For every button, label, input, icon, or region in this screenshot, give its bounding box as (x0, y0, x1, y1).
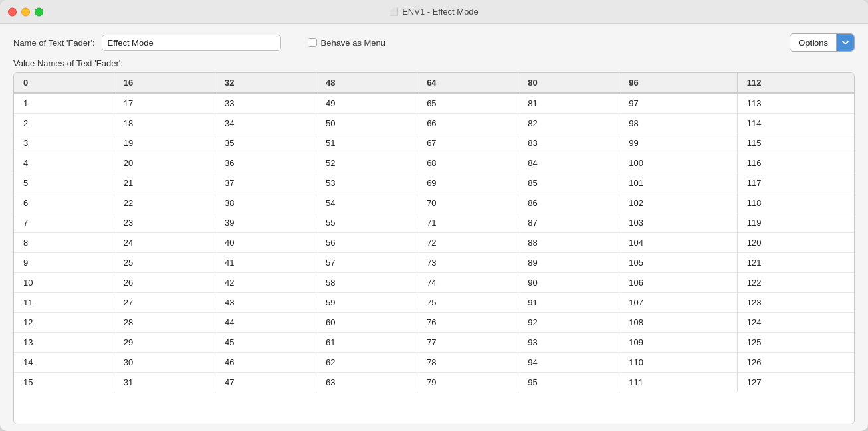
table-cell[interactable]: 69 (417, 173, 518, 193)
table-cell[interactable]: 8 (14, 232, 114, 252)
table-cell[interactable]: 11 (14, 292, 114, 312)
table-cell[interactable]: 66 (417, 113, 518, 133)
table-cell[interactable]: 76 (417, 312, 518, 332)
table-cell[interactable]: 74 (417, 272, 518, 292)
table-cell[interactable]: 22 (114, 193, 215, 213)
table-cell[interactable]: 51 (316, 133, 417, 153)
table-cell[interactable]: 42 (215, 272, 316, 292)
table-row[interactable]: 3193551678399115 (14, 133, 854, 153)
table-cell[interactable]: 85 (518, 173, 619, 193)
options-dropdown-arrow[interactable] (837, 34, 854, 51)
table-cell[interactable]: 57 (316, 252, 417, 272)
table-row[interactable]: 82440567288104120 (14, 232, 854, 252)
table-cell[interactable]: 82 (518, 113, 619, 133)
table-cell[interactable]: 31 (114, 372, 215, 392)
table-cell[interactable]: 104 (619, 232, 737, 252)
table-cell[interactable]: 18 (114, 113, 215, 133)
table-row[interactable]: 52137536985101117 (14, 173, 854, 193)
table-cell[interactable]: 123 (737, 292, 854, 312)
table-cell[interactable]: 79 (417, 372, 518, 392)
table-cell[interactable]: 61 (316, 332, 417, 352)
table-cell[interactable]: 105 (619, 252, 737, 272)
table-cell[interactable]: 2 (14, 113, 114, 133)
table-cell[interactable]: 70 (417, 193, 518, 213)
maximize-button[interactable] (35, 7, 43, 16)
table-cell[interactable]: 54 (316, 193, 417, 213)
table-cell[interactable]: 67 (417, 133, 518, 153)
table-cell[interactable]: 117 (737, 173, 854, 193)
table-cell[interactable]: 78 (417, 352, 518, 372)
table-cell[interactable]: 108 (619, 312, 737, 332)
options-button[interactable]: Options (790, 33, 855, 52)
table-cell[interactable]: 30 (114, 352, 215, 372)
table-cell[interactable]: 65 (417, 93, 518, 113)
table-cell[interactable]: 24 (114, 232, 215, 252)
table-cell[interactable]: 62 (316, 352, 417, 372)
table-cell[interactable]: 36 (215, 153, 316, 173)
table-cell[interactable]: 12 (14, 312, 114, 332)
table-cell[interactable]: 17 (114, 93, 215, 113)
table-cell[interactable]: 20 (114, 153, 215, 173)
table-cell[interactable]: 98 (619, 113, 737, 133)
table-cell[interactable]: 84 (518, 153, 619, 173)
table-cell[interactable]: 87 (518, 213, 619, 232)
table-cell[interactable]: 59 (316, 292, 417, 312)
table-cell[interactable]: 110 (619, 352, 737, 372)
table-cell[interactable]: 26 (114, 272, 215, 292)
table-cell[interactable]: 27 (114, 292, 215, 312)
table-cell[interactable]: 52 (316, 153, 417, 173)
table-row[interactable]: 92541577389105121 (14, 252, 854, 272)
table-cell[interactable]: 21 (114, 173, 215, 193)
table-cell[interactable]: 93 (518, 332, 619, 352)
table-cell[interactable]: 116 (737, 153, 854, 173)
table-cell[interactable]: 95 (518, 372, 619, 392)
table-cell[interactable]: 99 (619, 133, 737, 153)
table-cell[interactable]: 103 (619, 213, 737, 232)
table-cell[interactable]: 29 (114, 332, 215, 352)
table-cell[interactable]: 58 (316, 272, 417, 292)
table-cell[interactable]: 68 (417, 153, 518, 173)
table-cell[interactable]: 89 (518, 252, 619, 272)
table-cell[interactable]: 111 (619, 372, 737, 392)
table-cell[interactable]: 45 (215, 332, 316, 352)
table-cell[interactable]: 94 (518, 352, 619, 372)
table-cell[interactable]: 119 (737, 213, 854, 232)
table-cell[interactable]: 106 (619, 272, 737, 292)
table-row[interactable]: 42036526884100116 (14, 153, 854, 173)
table-cell[interactable]: 55 (316, 213, 417, 232)
table-cell[interactable]: 6 (14, 193, 114, 213)
table-row[interactable]: 1173349658197113 (14, 93, 854, 113)
table-cell[interactable]: 88 (518, 232, 619, 252)
table-cell[interactable]: 121 (737, 252, 854, 272)
table-cell[interactable]: 40 (215, 232, 316, 252)
table-cell[interactable]: 118 (737, 193, 854, 213)
minimize-button[interactable] (21, 7, 30, 16)
table-cell[interactable]: 73 (417, 252, 518, 272)
table-cell[interactable]: 71 (417, 213, 518, 232)
table-cell[interactable]: 86 (518, 193, 619, 213)
table-cell[interactable]: 43 (215, 292, 316, 312)
table-cell[interactable]: 90 (518, 272, 619, 292)
table-cell[interactable]: 50 (316, 113, 417, 133)
table-cell[interactable]: 15 (14, 372, 114, 392)
table-cell[interactable]: 37 (215, 173, 316, 193)
table-cell[interactable]: 28 (114, 312, 215, 332)
table-cell[interactable]: 19 (114, 133, 215, 153)
table-cell[interactable]: 75 (417, 292, 518, 312)
table-cell[interactable]: 107 (619, 292, 737, 312)
table-cell[interactable]: 60 (316, 312, 417, 332)
table-cell[interactable]: 41 (215, 252, 316, 272)
table-cell[interactable]: 13 (14, 332, 114, 352)
table-cell[interactable]: 14 (14, 352, 114, 372)
table-cell[interactable]: 101 (619, 173, 737, 193)
table-row[interactable]: 72339557187103119 (14, 213, 854, 232)
close-button[interactable] (8, 7, 17, 16)
table-cell[interactable]: 122 (737, 272, 854, 292)
table-cell[interactable]: 49 (316, 93, 417, 113)
table-cell[interactable]: 120 (737, 232, 854, 252)
table-cell[interactable]: 56 (316, 232, 417, 252)
table-cell[interactable]: 47 (215, 372, 316, 392)
table-row[interactable]: 132945617793109125 (14, 332, 854, 352)
table-cell[interactable]: 97 (619, 93, 737, 113)
table-cell[interactable]: 91 (518, 292, 619, 312)
